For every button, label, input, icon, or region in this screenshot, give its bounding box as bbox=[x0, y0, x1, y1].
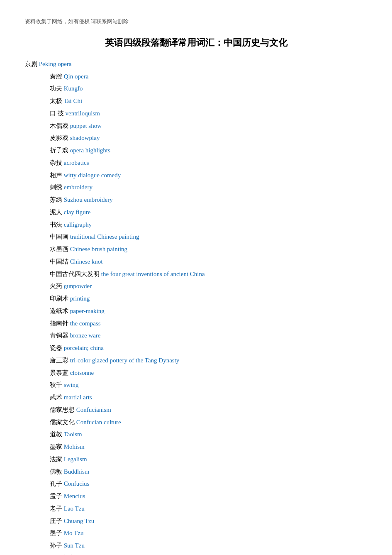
zh-text: 中国结 bbox=[50, 258, 70, 265]
vocab-row: 瓷器 porcelain; china bbox=[25, 342, 367, 354]
vocab-row: 水墨画 Chinese brush painting bbox=[25, 244, 367, 255]
en-text: Chinese brush painting bbox=[70, 246, 127, 252]
vocab-row: 墨子 Mo Tzu bbox=[25, 528, 367, 539]
zh-text: 折子戏 bbox=[50, 147, 70, 154]
en-text: Mo Tzu bbox=[64, 530, 84, 536]
vocab-row: 火药 gunpowder bbox=[25, 281, 367, 292]
zh-text: 太极 bbox=[50, 98, 64, 104]
zh-text: 口 技 bbox=[50, 110, 66, 117]
vocab-row: 功夫 Kungfo bbox=[25, 83, 367, 95]
en-text: Lao Tzu bbox=[64, 505, 85, 512]
vocab-row: 刺绣 embroidery bbox=[25, 182, 367, 193]
vocab-row: 相声 witty dialogue comedy bbox=[25, 170, 367, 181]
zh-text: 孙子 bbox=[50, 542, 64, 549]
vocab-row: 青铜器 bronze ware bbox=[25, 330, 367, 342]
en-text: porcelain; china bbox=[64, 345, 104, 351]
en-text: puppet show bbox=[70, 122, 102, 129]
zh-text: 印刷术 bbox=[50, 295, 70, 302]
en-text: Taoism bbox=[64, 431, 82, 438]
zh-text: 景泰蓝 bbox=[50, 369, 70, 376]
vocab-row: 孟子 Mencius bbox=[25, 491, 367, 502]
zh-text: 造纸术 bbox=[50, 308, 70, 314]
zh-text: 道教 bbox=[50, 431, 64, 438]
en-text: cloisonne bbox=[70, 369, 94, 376]
en-text: calligraphy bbox=[64, 221, 92, 228]
vocab-row: 法家 Legalism bbox=[25, 454, 367, 465]
vocab-row: 中国古代四大发明 the four great inventions of an… bbox=[25, 269, 367, 280]
en-text: Qin opera bbox=[64, 73, 89, 80]
vocab-row: 老子 Lao Tzu bbox=[25, 503, 367, 515]
en-text: Mencius bbox=[64, 493, 85, 499]
zh-text: 唐三彩 bbox=[50, 357, 70, 364]
vocab-row: 书法 calligraphy bbox=[25, 219, 367, 231]
en-text: Tai Chi bbox=[64, 98, 82, 104]
page-title: 英语四级段落翻译常用词汇：中国历史与文化 bbox=[25, 34, 367, 51]
zh-text: 法家 bbox=[50, 456, 64, 462]
en-text: Buddhism bbox=[64, 468, 90, 475]
en-text: Legalism bbox=[64, 456, 87, 462]
vocab-row: 孔子 Confucius bbox=[25, 478, 367, 490]
en-text: paper-making bbox=[70, 308, 105, 314]
zh-text: 庄子 bbox=[50, 518, 64, 524]
en-text: opera highlights bbox=[70, 147, 110, 154]
zh-text: 墨家 bbox=[50, 443, 64, 450]
vocab-row: 折子戏 opera highlights bbox=[25, 145, 367, 156]
vocab-row: 造纸术 paper-making bbox=[25, 306, 367, 317]
zh-text: 泥人 bbox=[50, 209, 64, 215]
zh-text: 孔子 bbox=[50, 480, 64, 487]
vocab-row: 道教 Taoism bbox=[25, 429, 367, 440]
zh-text: 中国画 bbox=[50, 233, 70, 240]
watermark: 资料收集于网络，如有侵权 请联系网站删除 bbox=[25, 17, 367, 26]
zh-text: 火药 bbox=[50, 283, 64, 289]
en-text: Confucianism bbox=[76, 406, 111, 413]
vocab-row: 庄子 Chuang Tzu bbox=[25, 516, 367, 527]
zh-text: 秋千 bbox=[50, 381, 64, 388]
zh-text: 青铜器 bbox=[50, 332, 70, 339]
en-text: the compass bbox=[70, 320, 101, 327]
vocab-row: 儒家思想 Confucianism bbox=[25, 404, 367, 416]
en-text: Chinese knot bbox=[70, 258, 103, 265]
en-text: witty dialogue comedy bbox=[64, 172, 121, 178]
zh-text: 儒家文化 bbox=[50, 419, 76, 425]
vocab-row: 孙子 Sun Tzu bbox=[25, 540, 367, 552]
vocab-list: 京剧 Peking opera秦腔 Qin opera功夫 Kungfo太极 T… bbox=[25, 59, 367, 555]
en-text: traditional Chinese painting bbox=[70, 233, 139, 240]
vocab-row: 指南针 the compass bbox=[25, 318, 367, 330]
en-text: Mohism bbox=[64, 443, 85, 450]
vocab-row: 唐三彩 tri-color glazed pottery of the Tang… bbox=[25, 355, 367, 367]
zh-text: 杂技 bbox=[50, 159, 64, 166]
en-text: tri-color glazed pottery of the Tang Dyn… bbox=[70, 357, 180, 364]
vocab-row: 口 技 ventriloquism bbox=[25, 108, 367, 120]
en-text: the four great inventions of ancient Chi… bbox=[101, 271, 205, 277]
zh-text: 京剧 bbox=[25, 61, 39, 67]
en-text: clay figure bbox=[64, 209, 91, 215]
vocab-row: 象形文字 pictographic characters bbox=[25, 553, 367, 555]
zh-text: 儒家思想 bbox=[50, 406, 76, 413]
zh-text: 老子 bbox=[50, 505, 64, 512]
vocab-row: 木偶戏 puppet show bbox=[25, 120, 367, 132]
zh-text: 武术 bbox=[50, 394, 64, 401]
vocab-row: 皮影戏 shadowplay bbox=[25, 132, 367, 144]
vocab-row: 苏绣 Suzhou embroidery bbox=[25, 194, 367, 206]
vocab-row: 武术 martial arts bbox=[25, 392, 367, 403]
en-text: printing bbox=[70, 295, 90, 302]
vocab-row: 印刷术 printing bbox=[25, 293, 367, 305]
vocab-row: 秋千 swing bbox=[25, 379, 367, 391]
zh-text: 刺绣 bbox=[50, 184, 64, 191]
zh-text: 中国古代四大发明 bbox=[50, 271, 101, 277]
vocab-row: 儒家文化 Confucian culture bbox=[25, 417, 367, 428]
vocab-row: 京剧 Peking opera bbox=[25, 59, 367, 70]
zh-text: 功夫 bbox=[50, 85, 64, 92]
zh-text: 佛教 bbox=[50, 468, 64, 475]
en-text: Confucius bbox=[64, 480, 90, 487]
en-text: acrobatics bbox=[64, 159, 89, 166]
en-text: Kungfo bbox=[64, 85, 83, 92]
en-text: swing bbox=[64, 381, 79, 388]
zh-text: 墨子 bbox=[50, 530, 64, 536]
en-text: Chuang Tzu bbox=[64, 518, 94, 524]
en-text: embroidery bbox=[64, 184, 93, 191]
en-text: Peking opera bbox=[39, 61, 72, 67]
vocab-row: 泥人 clay figure bbox=[25, 207, 367, 218]
zh-text: 水墨画 bbox=[50, 246, 70, 252]
zh-text: 指南针 bbox=[50, 320, 70, 327]
